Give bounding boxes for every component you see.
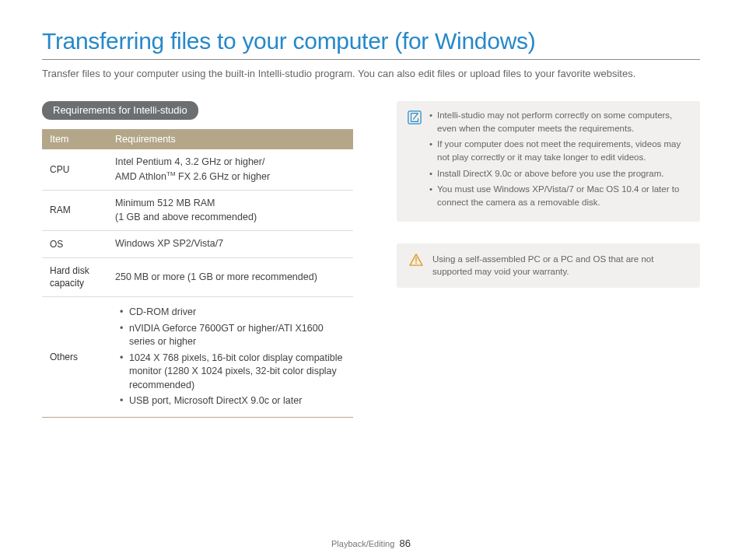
content-columns: Requirements for Intelli-studio Item Req… (42, 101, 700, 418)
requirements-table: Item Requirements CPU Intel Pentium 4, 3… (42, 129, 353, 418)
table-row: Hard disk capacity 250 MB or more (1 GB … (42, 257, 353, 297)
list-item: You must use Windows XP/Vista/7 or Mac O… (429, 183, 689, 208)
right-column: Intelli-studio may not perform correctly… (397, 101, 700, 288)
page-title: Transferring files to your computer (for… (42, 28, 700, 54)
list-item: nVIDIA Geforce 7600GT or higher/ATI X160… (120, 322, 345, 349)
svg-point-2 (415, 262, 417, 264)
page-footer: Playback/Editing 86 (0, 537, 742, 549)
cell-value: Minimum 512 MB RAM (1 GB and above recom… (107, 191, 353, 231)
list-item: Intelli-studio may not perform correctly… (429, 109, 689, 135)
list-item: USB port, Microsoft DirectX 9.0c or late… (120, 394, 345, 408)
cell-label: CPU (42, 149, 107, 191)
warning-triangle-icon (409, 254, 423, 266)
table-row: OS Windows XP SP2/Vista/7 (42, 231, 353, 258)
intro-text: Transfer files to your computer using th… (42, 68, 700, 79)
table-row: CPU Intel Pentium 4, 3.2 GHz or higher/ … (42, 149, 353, 191)
list-item: If your computer does not meet the requi… (429, 138, 689, 163)
cell-value: Windows XP SP2/Vista/7 (107, 231, 353, 258)
left-column: Requirements for Intelli-studio Item Req… (42, 101, 353, 418)
cell-label: Others (42, 297, 107, 418)
table-row: RAM Minimum 512 MB RAM (1 GB and above r… (42, 191, 353, 231)
cell-label: Hard disk capacity (42, 257, 107, 297)
list-item: CD-ROM driver (120, 306, 345, 320)
cell-value: Intel Pentium 4, 3.2 GHz or higher/ AMD … (107, 149, 353, 191)
page-number: 86 (399, 537, 410, 549)
warning-text: Using a self-assembled PC or a PC and OS… (432, 253, 688, 278)
note-icon (408, 110, 422, 124)
th-item: Item (42, 129, 107, 149)
note-box: Intelli-studio may not perform correctly… (397, 101, 700, 222)
list-item: Install DirectX 9.0c or above before you… (429, 167, 689, 180)
list-item: 1024 X 768 pixels, 16-bit color display … (120, 352, 345, 393)
footer-section: Playback/Editing (331, 539, 394, 548)
table-row: Others CD-ROM driver nVIDIA Geforce 7600… (42, 297, 353, 418)
cell-label: OS (42, 231, 107, 258)
title-underline (42, 59, 700, 60)
cell-value: 250 MB or more (1 GB or more recommended… (107, 257, 353, 297)
warning-box: Using a self-assembled PC or a PC and OS… (397, 243, 700, 288)
note-list: Intelli-studio may not perform correctly… (429, 109, 689, 212)
th-requirements: Requirements (107, 129, 353, 149)
section-heading-pill: Requirements for Intelli-studio (42, 101, 198, 120)
cell-value: CD-ROM driver nVIDIA Geforce 7600GT or h… (107, 297, 353, 418)
cell-label: RAM (42, 191, 107, 231)
